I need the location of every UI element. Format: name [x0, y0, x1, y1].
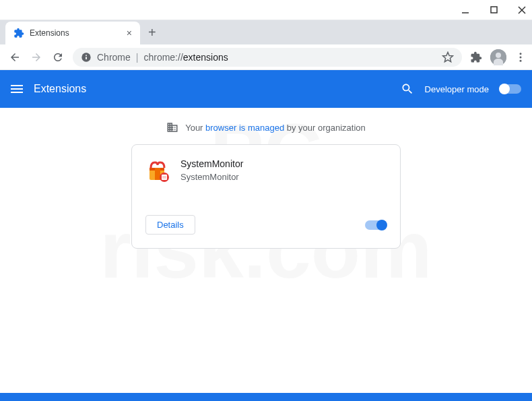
reload-button[interactable] — [48, 48, 67, 67]
profile-avatar[interactable] — [490, 49, 506, 65]
hamburger-menu-icon[interactable] — [11, 85, 23, 93]
toolbar-right — [467, 49, 527, 65]
svg-rect-14 — [155, 168, 160, 180]
managed-text: Your browser is managed by your organiza… — [185, 123, 366, 133]
extension-header: SystemMonitor SystemMonitor — [145, 158, 387, 183]
header-right: Developer mode — [401, 82, 521, 96]
content-area: Your browser is managed by your organiza… — [0, 108, 532, 262]
browser-tab[interactable]: Extensions × — [5, 22, 140, 44]
puzzle-icon[interactable] — [470, 51, 482, 63]
window-controls — [0, 0, 532, 20]
url-text: chrome://extensions — [143, 51, 228, 63]
managed-link[interactable]: browser is managed — [205, 123, 284, 133]
search-icon[interactable] — [401, 82, 414, 96]
extension-info: SystemMonitor SystemMonitor — [180, 158, 387, 183]
svg-point-8 — [496, 53, 501, 58]
svg-point-10 — [520, 56, 522, 58]
url-prefix: Chrome — [97, 52, 131, 63]
menu-dots-icon[interactable] — [514, 51, 527, 63]
page-title: Extensions — [34, 83, 390, 95]
address-bar[interactable]: Chrome | chrome://extensions — [73, 48, 462, 67]
managed-notice: Your browser is managed by your organiza… — [13, 121, 519, 133]
building-icon — [166, 121, 178, 133]
security-icon — [81, 52, 92, 63]
new-tab-button[interactable]: + — [148, 25, 156, 40]
svg-rect-6 — [86, 57, 87, 59]
bookmark-star-icon[interactable] — [442, 51, 454, 63]
extension-app-icon — [145, 158, 170, 183]
extension-toggle[interactable] — [365, 220, 387, 230]
toolbar: Chrome | chrome://extensions — [0, 44, 532, 70]
developer-mode-label: Developer mode — [425, 84, 489, 94]
extension-footer: Details — [145, 215, 387, 235]
extensions-header: Extensions Developer mode — [0, 70, 532, 108]
extension-icon — [13, 28, 24, 38]
close-window-button[interactable] — [517, 5, 527, 15]
back-button[interactable] — [5, 48, 24, 67]
forward-button[interactable] — [27, 48, 46, 67]
svg-point-5 — [86, 55, 87, 56]
tab-title: Extensions — [30, 28, 121, 38]
extension-description: SystemMonitor — [180, 172, 387, 182]
svg-point-9 — [520, 53, 522, 55]
maximize-button[interactable] — [489, 5, 498, 15]
svg-point-11 — [520, 59, 522, 61]
developer-mode-toggle[interactable] — [500, 84, 521, 94]
close-tab-button[interactable]: × — [127, 28, 132, 38]
details-button[interactable]: Details — [145, 215, 195, 235]
extension-name: SystemMonitor — [180, 158, 387, 169]
extension-card: SystemMonitor SystemMonitor Details — [131, 144, 401, 249]
svg-rect-1 — [491, 7, 497, 13]
minimize-button[interactable] — [461, 5, 470, 15]
tab-bar: Extensions × + — [0, 20, 532, 44]
url-separator: | — [136, 52, 139, 63]
bottom-border — [0, 393, 532, 401]
